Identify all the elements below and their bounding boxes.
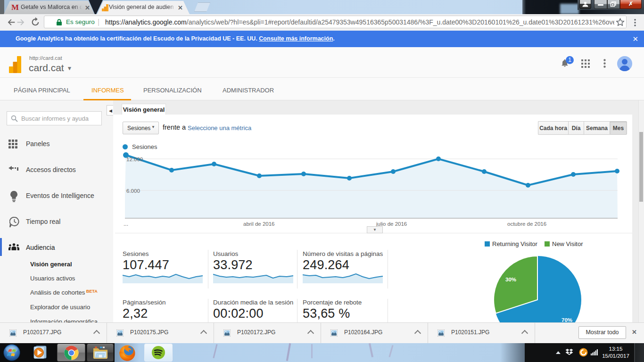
svg-text:6.000: 6.000 <box>126 188 140 194</box>
svg-text:12.000: 12.000 <box>126 156 143 162</box>
svg-text:30%: 30% <box>505 277 516 282</box>
svg-text:70%: 70% <box>561 317 572 322</box>
